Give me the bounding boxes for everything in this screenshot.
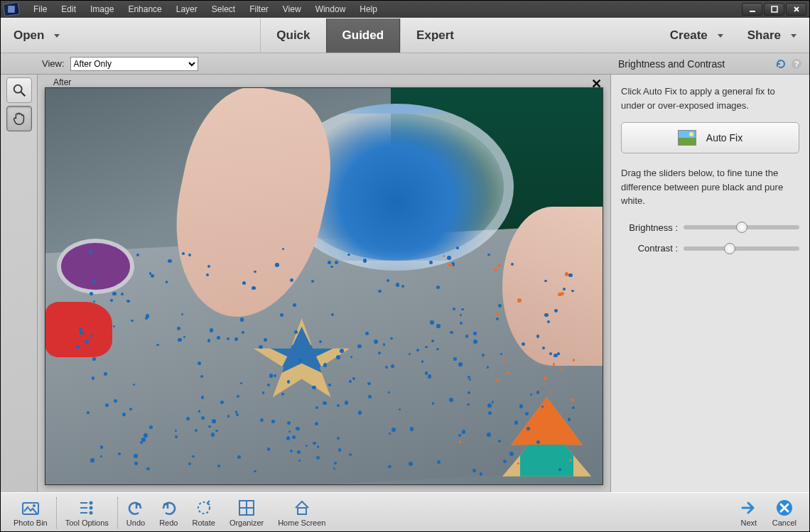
- svg-text:?: ?: [794, 60, 799, 68]
- canvas-area: After ✕: [38, 75, 610, 492]
- menu-select[interactable]: Select: [205, 3, 242, 16]
- menu-enhance[interactable]: Enhance: [121, 3, 168, 16]
- brightness-slider[interactable]: [684, 225, 799, 229]
- svg-rect-13: [298, 508, 306, 514]
- photo-bin-button[interactable]: Photo Bin: [6, 497, 55, 528]
- contrast-slider[interactable]: [684, 246, 799, 251]
- panel-intro-text: Click Auto Fix to apply a general fix to…: [621, 85, 799, 112]
- menu-image[interactable]: Image: [83, 3, 121, 16]
- svg-rect-0: [8, 6, 15, 13]
- chevron-down-icon: [718, 34, 723, 38]
- app-logo-icon: [3, 2, 20, 17]
- photo-content: [45, 88, 603, 484]
- chevron-down-icon: [54, 34, 60, 38]
- work-area: After ✕ Brightness and Contrast ?: [1, 75, 809, 492]
- share-label: Share: [747, 28, 781, 43]
- side-panel: Brightness and Contrast ? Click Auto Fix…: [610, 75, 809, 492]
- view-dropdown[interactable]: After Only: [70, 57, 198, 71]
- help-icon[interactable]: ?: [791, 58, 802, 70]
- panel-body: Click Auto Fix to apply a general fix to…: [611, 75, 809, 266]
- create-menu-button[interactable]: Create: [666, 28, 728, 43]
- create-label: Create: [670, 28, 708, 43]
- mode-bar: Open QuickGuidedExpert Create Share: [1, 18, 809, 53]
- share-menu-button[interactable]: Share: [743, 28, 801, 43]
- brightness-label: Brightness :: [621, 221, 678, 235]
- panel-title: Brightness and Contrast: [618, 58, 725, 70]
- svg-point-10: [90, 511, 93, 515]
- window-minimize-button[interactable]: [742, 3, 762, 16]
- next-button[interactable]: Next: [733, 497, 765, 528]
- zoom-tool-button[interactable]: [6, 77, 32, 103]
- brightness-slider-thumb[interactable]: [736, 222, 747, 233]
- cancel-button[interactable]: Cancel: [765, 497, 804, 528]
- mode-tab-guided[interactable]: Guided: [326, 18, 401, 53]
- svg-point-9: [90, 506, 93, 510]
- hand-tool-button[interactable]: [6, 106, 32, 131]
- auto-fix-icon: [678, 130, 696, 146]
- panel-header: Brightness and Contrast ?: [611, 53, 809, 75]
- auto-fix-label: Auto Fix: [706, 131, 742, 146]
- mode-tab-expert[interactable]: Expert: [400, 18, 470, 53]
- redo-button[interactable]: Redo: [152, 497, 185, 528]
- panel-hint-text: Drag the sliders below, to fine tune the…: [621, 166, 799, 208]
- image-canvas[interactable]: [45, 87, 603, 485]
- chevron-down-icon: [791, 34, 796, 38]
- auto-fix-button[interactable]: Auto Fix: [621, 122, 799, 153]
- menu-help[interactable]: Help: [352, 3, 384, 16]
- menu-file[interactable]: File: [26, 3, 54, 16]
- mode-tab-quick[interactable]: Quick: [260, 18, 325, 53]
- menu-window[interactable]: Window: [308, 3, 353, 16]
- open-label: Open: [14, 28, 44, 43]
- home-screen-button[interactable]: Home Screen: [271, 497, 333, 528]
- tool-options-button[interactable]: Tool Options: [58, 497, 116, 528]
- svg-rect-2: [772, 6, 777, 12]
- titlebar: FileEditImageEnhanceLayerSelectFilterVie…: [1, 1, 809, 18]
- window-close-button[interactable]: [786, 3, 806, 16]
- svg-point-7: [33, 504, 36, 507]
- contrast-slider-thumb[interactable]: [724, 243, 735, 254]
- menu-view[interactable]: View: [276, 3, 308, 16]
- svg-rect-1: [750, 11, 755, 12]
- window-maximize-button[interactable]: [764, 3, 784, 16]
- rotate-button[interactable]: Rotate: [185, 497, 222, 528]
- undo-button[interactable]: Undo: [119, 497, 152, 528]
- view-label: View:: [42, 58, 65, 69]
- open-menu-button[interactable]: Open: [9, 28, 64, 43]
- bottom-bar: Photo Bin Tool Options Undo Redo Rotate …: [1, 492, 809, 532]
- contrast-label: Contrast :: [621, 241, 678, 256]
- svg-point-3: [14, 85, 21, 93]
- tool-column: [1, 75, 38, 492]
- menu-edit[interactable]: Edit: [54, 3, 83, 16]
- menu-layer[interactable]: Layer: [169, 3, 205, 16]
- organizer-button[interactable]: Organizer: [222, 497, 271, 528]
- canvas-view-label: After: [53, 77, 71, 87]
- reset-icon[interactable]: [775, 58, 787, 70]
- menu-filter[interactable]: Filter: [242, 3, 276, 16]
- svg-point-8: [90, 501, 93, 505]
